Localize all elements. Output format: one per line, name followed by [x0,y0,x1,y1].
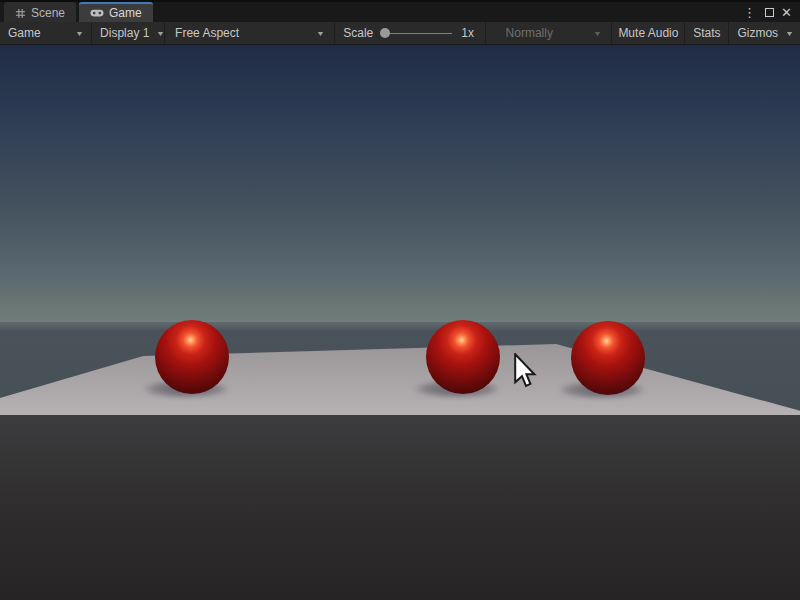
scale-value: 1x [461,26,474,40]
stats-button[interactable]: Stats [685,22,729,44]
window-controls: ⋮ ✕ [741,2,800,22]
chevron-down-icon: ▼ [593,30,602,37]
gamepad-icon [90,8,104,18]
gizmos-button[interactable]: Gizmos ▼ [729,22,800,44]
aspect-ratio-dropdown[interactable]: Free Aspect ▼ [165,22,335,44]
chevron-down-icon: ▼ [75,30,84,37]
tab-scene-label: Scene [31,6,65,20]
tab-game-label: Game [109,6,142,20]
chevron-down-icon: ▼ [156,30,165,37]
aspect-value: Free Aspect [175,26,239,40]
tabstrip-spacer [153,2,741,22]
skybox-gradient [0,45,800,322]
close-icon[interactable]: ✕ [781,6,792,19]
gizmos-label: Gizmos [737,26,778,40]
game-viewport[interactable] [0,45,800,600]
mouse-cursor [514,353,538,393]
scene-grid-icon [15,8,26,19]
chevron-down-icon: ▼ [785,30,794,37]
maximize-icon[interactable] [765,8,774,17]
kebab-menu-icon[interactable]: ⋮ [741,6,758,19]
red-sphere-1 [155,320,229,394]
tab-scene[interactable]: Scene [4,2,76,22]
mute-audio-label: Mute Audio [618,26,678,40]
play-mode-value: Normally [506,26,553,40]
chevron-down-icon: ▼ [316,30,325,37]
play-mode-dropdown[interactable]: Normally ▼ [486,22,613,44]
scale-slider[interactable] [380,27,452,39]
scale-slider-thumb[interactable] [380,28,390,38]
red-sphere-2 [426,320,500,394]
display-value: Display 1 [100,26,149,40]
below-horizon-ground [0,415,800,600]
scale-slider-track[interactable] [380,33,452,34]
scale-label: Scale [343,26,373,40]
scale-control: Scale 1x [335,22,485,44]
tab-bar: Scene Game ⋮ ✕ [0,0,800,22]
tab-game[interactable]: Game [79,2,153,22]
view-mode-dropdown[interactable]: Game ▼ [0,22,92,44]
unity-game-window: Scene Game ⋮ ✕ Game ▼ Display 1 ▼ Free A… [0,0,800,600]
stats-label: Stats [693,26,720,40]
game-view-toolbar: Game ▼ Display 1 ▼ Free Aspect ▼ Scale 1… [0,22,800,45]
mute-audio-button[interactable]: Mute Audio [612,22,685,44]
red-sphere-3 [571,321,645,395]
display-dropdown[interactable]: Display 1 ▼ [92,22,165,44]
view-mode-value: Game [8,26,41,40]
